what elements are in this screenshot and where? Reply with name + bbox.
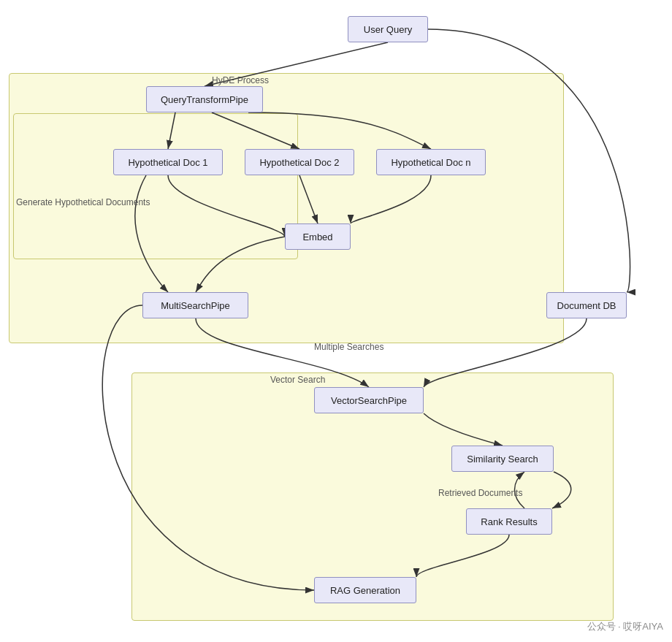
- rag-generation-box: RAG Generation: [314, 577, 416, 603]
- generate-hyp-label: Generate Hypothetical Documents: [16, 197, 150, 207]
- hyp-doc2-box: Hypothetical Doc 2: [245, 149, 354, 175]
- multiple-searches-label: Multiple Searches: [314, 342, 383, 352]
- hyp-docn-box: Hypothetical Doc n: [376, 149, 486, 175]
- user-query-box: User Query: [348, 16, 428, 42]
- rank-results-box: Rank Results: [466, 508, 552, 535]
- query-transform-box: QueryTransformPipe: [146, 86, 263, 112]
- vector-search-label: Vector Search: [270, 375, 325, 385]
- diagram-container: HyDE Process Generate Hypothetical Docum…: [0, 0, 672, 642]
- generate-hyp-region: [13, 113, 298, 259]
- similarity-search-box: Similarity Search: [451, 446, 554, 472]
- hyde-label: HyDE Process: [212, 75, 269, 85]
- multi-search-box: MultiSearchPipe: [142, 292, 248, 318]
- vector-search-pipe-box: VectorSearchPipe: [314, 387, 424, 413]
- watermark: 公众号 · 哎呀AIYA: [587, 620, 664, 633]
- embed-box: Embed: [285, 223, 351, 250]
- retrieved-documents-label: Retrieved Documents: [438, 488, 522, 498]
- hyp-doc1-box: Hypothetical Doc 1: [113, 149, 223, 175]
- document-db-box: Document DB: [546, 292, 627, 318]
